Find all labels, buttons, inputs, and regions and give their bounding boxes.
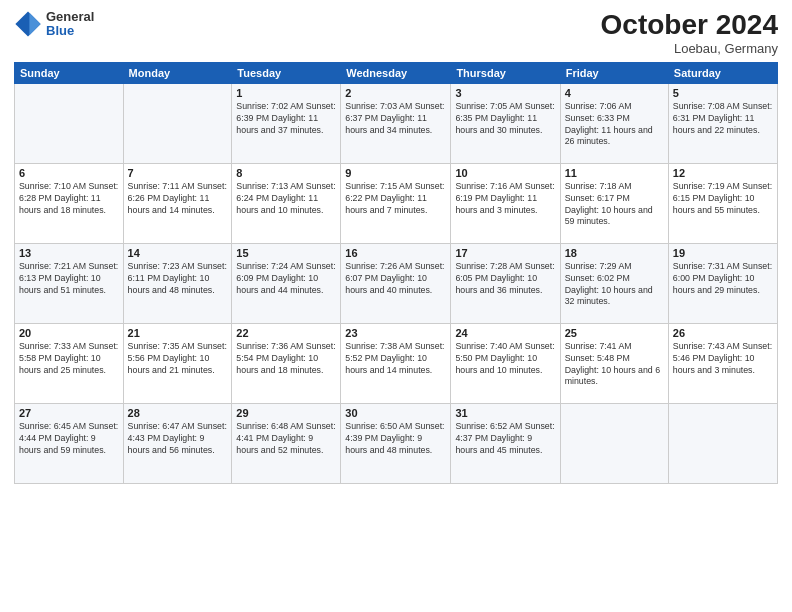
col-tuesday: Tuesday (232, 62, 341, 83)
day-info: Sunrise: 7:23 AM Sunset: 6:11 PM Dayligh… (128, 261, 228, 297)
calendar-cell (560, 403, 668, 483)
month-title: October 2024 (601, 10, 778, 41)
day-info: Sunrise: 6:48 AM Sunset: 4:41 PM Dayligh… (236, 421, 336, 457)
calendar-cell (123, 83, 232, 163)
calendar-cell: 14Sunrise: 7:23 AM Sunset: 6:11 PM Dayli… (123, 243, 232, 323)
day-number: 18 (565, 247, 664, 259)
day-number: 26 (673, 327, 773, 339)
calendar-cell: 5Sunrise: 7:08 AM Sunset: 6:31 PM Daylig… (668, 83, 777, 163)
day-info: Sunrise: 7:31 AM Sunset: 6:00 PM Dayligh… (673, 261, 773, 297)
col-sunday: Sunday (15, 62, 124, 83)
day-number: 22 (236, 327, 336, 339)
calendar-cell: 23Sunrise: 7:38 AM Sunset: 5:52 PM Dayli… (341, 323, 451, 403)
calendar-cell: 28Sunrise: 6:47 AM Sunset: 4:43 PM Dayli… (123, 403, 232, 483)
calendar-cell: 2Sunrise: 7:03 AM Sunset: 6:37 PM Daylig… (341, 83, 451, 163)
day-info: Sunrise: 7:10 AM Sunset: 6:28 PM Dayligh… (19, 181, 119, 217)
calendar-cell: 30Sunrise: 6:50 AM Sunset: 4:39 PM Dayli… (341, 403, 451, 483)
calendar-cell: 31Sunrise: 6:52 AM Sunset: 4:37 PM Dayli… (451, 403, 560, 483)
day-number: 16 (345, 247, 446, 259)
day-number: 24 (455, 327, 555, 339)
col-thursday: Thursday (451, 62, 560, 83)
calendar-cell: 22Sunrise: 7:36 AM Sunset: 5:54 PM Dayli… (232, 323, 341, 403)
calendar-cell: 17Sunrise: 7:28 AM Sunset: 6:05 PM Dayli… (451, 243, 560, 323)
day-number: 17 (455, 247, 555, 259)
calendar-cell: 13Sunrise: 7:21 AM Sunset: 6:13 PM Dayli… (15, 243, 124, 323)
day-number: 19 (673, 247, 773, 259)
logo-blue: Blue (46, 24, 94, 38)
day-number: 1 (236, 87, 336, 99)
day-number: 21 (128, 327, 228, 339)
day-number: 4 (565, 87, 664, 99)
calendar-week-4: 20Sunrise: 7:33 AM Sunset: 5:58 PM Dayli… (15, 323, 778, 403)
day-info: Sunrise: 7:29 AM Sunset: 6:02 PM Dayligh… (565, 261, 664, 309)
day-number: 15 (236, 247, 336, 259)
calendar-cell: 6Sunrise: 7:10 AM Sunset: 6:28 PM Daylig… (15, 163, 124, 243)
col-saturday: Saturday (668, 62, 777, 83)
calendar-cell: 25Sunrise: 7:41 AM Sunset: 5:48 PM Dayli… (560, 323, 668, 403)
logo: General Blue (14, 10, 94, 39)
day-info: Sunrise: 7:16 AM Sunset: 6:19 PM Dayligh… (455, 181, 555, 217)
day-info: Sunrise: 7:03 AM Sunset: 6:37 PM Dayligh… (345, 101, 446, 137)
header-row: Sunday Monday Tuesday Wednesday Thursday… (15, 62, 778, 83)
day-info: Sunrise: 6:47 AM Sunset: 4:43 PM Dayligh… (128, 421, 228, 457)
day-info: Sunrise: 7:18 AM Sunset: 6:17 PM Dayligh… (565, 181, 664, 229)
day-number: 29 (236, 407, 336, 419)
day-info: Sunrise: 7:08 AM Sunset: 6:31 PM Dayligh… (673, 101, 773, 137)
day-info: Sunrise: 7:05 AM Sunset: 6:35 PM Dayligh… (455, 101, 555, 137)
day-info: Sunrise: 7:33 AM Sunset: 5:58 PM Dayligh… (19, 341, 119, 377)
title-block: October 2024 Loebau, Germany (601, 10, 778, 56)
day-info: Sunrise: 7:41 AM Sunset: 5:48 PM Dayligh… (565, 341, 664, 389)
calendar-cell (15, 83, 124, 163)
day-info: Sunrise: 7:21 AM Sunset: 6:13 PM Dayligh… (19, 261, 119, 297)
day-number: 10 (455, 167, 555, 179)
calendar-week-3: 13Sunrise: 7:21 AM Sunset: 6:13 PM Dayli… (15, 243, 778, 323)
day-number: 31 (455, 407, 555, 419)
day-number: 28 (128, 407, 228, 419)
day-info: Sunrise: 7:13 AM Sunset: 6:24 PM Dayligh… (236, 181, 336, 217)
day-number: 3 (455, 87, 555, 99)
calendar-cell: 27Sunrise: 6:45 AM Sunset: 4:44 PM Dayli… (15, 403, 124, 483)
calendar-cell: 11Sunrise: 7:18 AM Sunset: 6:17 PM Dayli… (560, 163, 668, 243)
calendar-cell: 16Sunrise: 7:26 AM Sunset: 6:07 PM Dayli… (341, 243, 451, 323)
day-number: 12 (673, 167, 773, 179)
day-info: Sunrise: 7:19 AM Sunset: 6:15 PM Dayligh… (673, 181, 773, 217)
day-info: Sunrise: 7:02 AM Sunset: 6:39 PM Dayligh… (236, 101, 336, 137)
day-info: Sunrise: 7:26 AM Sunset: 6:07 PM Dayligh… (345, 261, 446, 297)
calendar-cell: 20Sunrise: 7:33 AM Sunset: 5:58 PM Dayli… (15, 323, 124, 403)
calendar-cell: 3Sunrise: 7:05 AM Sunset: 6:35 PM Daylig… (451, 83, 560, 163)
day-number: 11 (565, 167, 664, 179)
day-number: 8 (236, 167, 336, 179)
day-number: 5 (673, 87, 773, 99)
location: Loebau, Germany (601, 41, 778, 56)
calendar-cell: 29Sunrise: 6:48 AM Sunset: 4:41 PM Dayli… (232, 403, 341, 483)
calendar-cell: 18Sunrise: 7:29 AM Sunset: 6:02 PM Dayli… (560, 243, 668, 323)
calendar-week-1: 1Sunrise: 7:02 AM Sunset: 6:39 PM Daylig… (15, 83, 778, 163)
day-number: 27 (19, 407, 119, 419)
day-number: 20 (19, 327, 119, 339)
day-info: Sunrise: 7:38 AM Sunset: 5:52 PM Dayligh… (345, 341, 446, 377)
day-number: 6 (19, 167, 119, 179)
calendar-cell: 12Sunrise: 7:19 AM Sunset: 6:15 PM Dayli… (668, 163, 777, 243)
logo-icon (14, 10, 42, 38)
logo-text: General Blue (46, 10, 94, 39)
day-info: Sunrise: 6:50 AM Sunset: 4:39 PM Dayligh… (345, 421, 446, 457)
day-number: 30 (345, 407, 446, 419)
day-number: 9 (345, 167, 446, 179)
col-wednesday: Wednesday (341, 62, 451, 83)
col-monday: Monday (123, 62, 232, 83)
calendar-cell: 8Sunrise: 7:13 AM Sunset: 6:24 PM Daylig… (232, 163, 341, 243)
calendar-cell: 7Sunrise: 7:11 AM Sunset: 6:26 PM Daylig… (123, 163, 232, 243)
day-number: 25 (565, 327, 664, 339)
day-info: Sunrise: 7:15 AM Sunset: 6:22 PM Dayligh… (345, 181, 446, 217)
calendar-cell: 24Sunrise: 7:40 AM Sunset: 5:50 PM Dayli… (451, 323, 560, 403)
day-info: Sunrise: 7:24 AM Sunset: 6:09 PM Dayligh… (236, 261, 336, 297)
calendar-table: Sunday Monday Tuesday Wednesday Thursday… (14, 62, 778, 484)
day-info: Sunrise: 7:28 AM Sunset: 6:05 PM Dayligh… (455, 261, 555, 297)
day-info: Sunrise: 7:40 AM Sunset: 5:50 PM Dayligh… (455, 341, 555, 377)
day-info: Sunrise: 7:11 AM Sunset: 6:26 PM Dayligh… (128, 181, 228, 217)
calendar-cell: 19Sunrise: 7:31 AM Sunset: 6:00 PM Dayli… (668, 243, 777, 323)
day-info: Sunrise: 7:43 AM Sunset: 5:46 PM Dayligh… (673, 341, 773, 377)
day-number: 7 (128, 167, 228, 179)
calendar-cell: 15Sunrise: 7:24 AM Sunset: 6:09 PM Dayli… (232, 243, 341, 323)
calendar-cell (668, 403, 777, 483)
